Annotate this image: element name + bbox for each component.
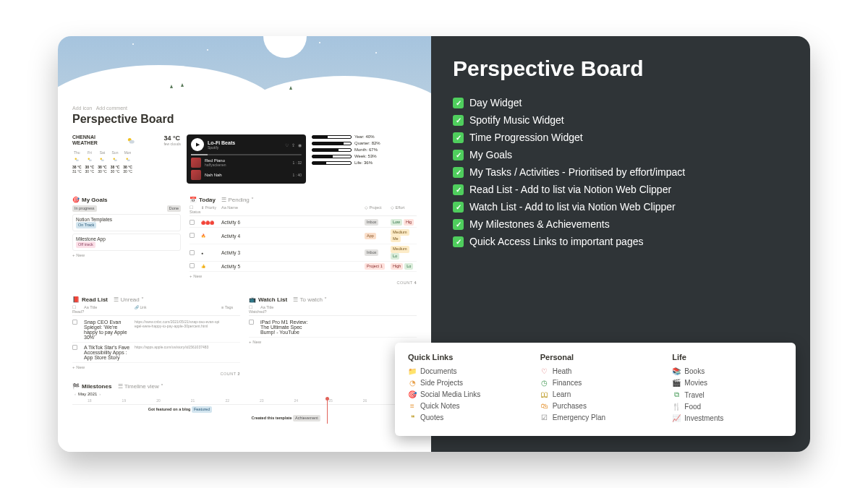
quicklinks-heading: Quick Links [408,353,519,361]
today-section: 📅Today ☰ Pending ˅ ☐ Status ⬇ Priority A… [190,194,417,285]
weather-days: Thu 38 °C31 °C Fri 38 °C30 °C Sat 38 °C3… [72,150,181,174]
checkbox[interactable] [190,250,195,255]
link-icon: 🎬 [672,379,681,387]
quicklink-item[interactable]: 📈 Investments [672,414,783,422]
feature-item: ✓My Goals [453,149,788,160]
add-goal[interactable]: + New [72,253,181,257]
quicklinks-column: Quick Links 📁 Documents ◔ Side Projects … [408,353,519,426]
link-icon: 🛍 [540,402,549,410]
feature-item: ✓Read List - Add to list via Notion Web … [453,184,788,195]
add-task[interactable]: + New [190,274,417,278]
quicklinks-heading: Life [672,353,783,361]
quicklink-item[interactable]: ♡ Heath [540,367,651,375]
timeline-item[interactable]: Got featured on a blog Featured [148,406,212,413]
feature-item: ✓Quick Access Links to important pages [453,236,788,247]
spotify-track[interactable]: Nah Nah 1 : 40 [191,170,302,180]
add-read[interactable]: + New [72,365,240,369]
spotify-widget[interactable]: ▶ Lo-Fi Beats Spotify ♡ ⇪ ◉ Red [187,134,306,184]
like-icon[interactable]: ♡ [285,142,289,147]
timeline-item[interactable]: Created this template Achievement [252,415,320,421]
checkbox[interactable] [72,320,77,325]
quicklink-item[interactable]: ❝ Quotes [408,414,519,421]
today-rows: 🔴🔴🔴 Activity 6 Inbox Low Hig 🔥 Activity … [190,218,417,272]
timeline-dates: 18192021222324252627 [72,398,417,405]
tv-icon: 📺 [249,296,256,303]
link-icon: ♡ [540,367,549,375]
svg-point-8 [113,158,115,160]
link-icon: 📈 [672,414,681,422]
checkbox[interactable] [190,233,195,238]
check-icon: ✓ [453,202,464,213]
quicklink-item[interactable]: 📁 Documents [408,367,519,375]
page-actions[interactable]: Add icon Add comment [72,106,417,111]
check-icon: ✓ [453,219,464,230]
weather-day: Mon 38 °C30 °C [123,150,132,174]
today-marker [327,399,328,424]
feature-item: ✓Spotify Music Widget [453,114,788,126]
spotify-icon[interactable]: ◉ [298,142,302,147]
watch-rows: iPad Pro M1 Review: The Ultimate Spec Bu… [249,317,417,338]
quicklink-item[interactable]: 🎬 Movies [672,379,783,387]
table-row[interactable]: Snap CEO Evan Spiegel: 'We're happy to p… [72,317,240,343]
table-row[interactable]: 👍 Activity 5 Project 1 High Lo [190,262,417,272]
share-icon[interactable]: ⇪ [292,142,295,147]
table-row[interactable]: 🔥 Activity 4 App Medium Me [190,228,417,244]
page-title: Perspective Board [72,113,417,126]
quicklink-item[interactable]: 🛍 Purchases [540,402,651,410]
table-row[interactable]: ● Activity 3 Inbox Medium Lo [190,244,417,261]
timeline-body: Got featured on a blog Featured Created … [72,405,417,424]
quicklinks-heading: Personal [540,353,651,361]
quicklinks-column: Personal ♡ Heath ◷ Finances 🕮 Learn 🛍 Pu… [540,353,651,426]
goals-list: Notion Templates On Track Milestone App … [72,214,181,251]
table-row[interactable]: iPad Pro M1 Review: The Ultimate Spec Bu… [249,317,417,338]
quicklink-item[interactable]: 🍴 Food [672,403,783,411]
feature-item: ✓My Milestones & Achievements [453,218,788,230]
weather-day: Sat 38 °C30 °C [98,150,107,174]
goal-card[interactable]: Notion Templates On Track [72,214,181,231]
read-rows: Snap CEO Evan Spiegel: 'We're happy to p… [72,317,240,363]
check-icon: ✓ [453,150,464,160]
progress-bar[interactable] [191,154,302,155]
timeline-month[interactable]: ‹May 2021› [72,392,417,396]
svg-point-10 [126,158,128,160]
table-row[interactable]: 🔴🔴🔴 Activity 6 Inbox Low Hig [190,218,417,228]
link-icon: ◷ [540,379,549,387]
check-icon: ✓ [453,184,464,195]
spotify-track[interactable]: Red Pianohaffyackenen 1 : 32 [191,158,302,168]
goal-card[interactable]: Milestone App Off track [72,234,181,251]
check-icon: ✓ [453,132,464,143]
promo-card: Add icon Add comment Perspective Board C… [58,36,810,452]
checkbox[interactable] [190,263,195,268]
quicklink-item[interactable]: ≡ Quick Notes [408,402,519,410]
quicklink-item[interactable]: 🕮 Learn [540,390,651,398]
link-icon: 🍴 [672,403,681,411]
link-icon: ≡ [408,402,417,410]
quicklink-item[interactable]: 📚 Books [672,367,783,375]
svg-point-4 [88,158,90,160]
book-icon: 📕 [72,296,80,303]
quicklink-item[interactable]: ◷ Finances [540,379,651,387]
play-icon[interactable]: ▶ [191,138,204,151]
flag-icon: 🏁 [72,383,80,390]
link-icon: 🎯 [408,390,417,398]
notion-page: Add icon Add comment Perspective Board C… [58,36,431,452]
album-art-icon [191,158,201,168]
promo-panel: Perspective Board ✓Day Widget✓Spotify Mu… [431,36,810,452]
add-watch[interactable]: + New [249,340,417,344]
checkbox[interactable] [249,320,254,325]
checkbox[interactable] [72,345,77,350]
quicklinks-popover: Quick Links 📁 Documents ◔ Side Projects … [395,343,796,436]
link-icon: 📚 [672,367,681,375]
progress-row: Week: 53% [312,154,417,158]
weather-day: Sun 38 °C30 °C [111,150,120,174]
time-progress-widget: Year: 40% Quarter: 82% Month: 67% Week: … [312,134,417,167]
check-icon: ✓ [453,167,464,178]
quicklink-item[interactable]: ⧉ Travel [672,390,783,399]
quicklink-item[interactable]: ◔ Side Projects [408,379,519,387]
feature-item: ✓Watch List - Add to list via Notion Web… [453,201,788,213]
checkbox[interactable] [190,220,195,225]
quicklink-item[interactable]: 🎯 Social Media Links [408,390,519,398]
table-row[interactable]: A TikTok Star's Fave Accessibility Apps … [72,343,240,363]
quicklink-item[interactable]: ☑ Emergency Plan [540,414,651,421]
album-art-icon [191,170,201,180]
